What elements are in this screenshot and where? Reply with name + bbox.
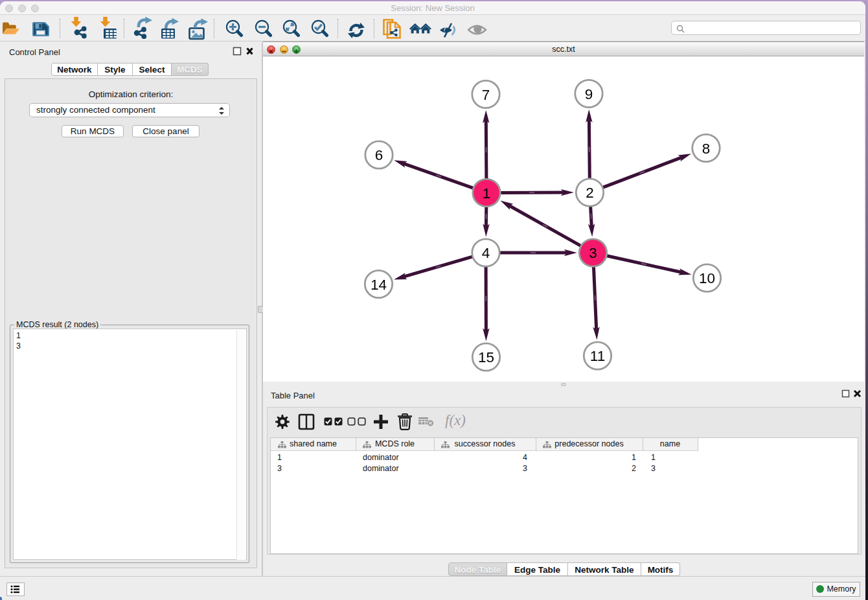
svg-text:7: 7 [482,87,490,103]
svg-text:1: 1 [483,185,491,202]
svg-text:4: 4 [482,245,490,261]
svg-text:11: 11 [590,348,605,364]
svg-text:9: 9 [585,86,593,102]
svg-text:6: 6 [375,147,383,163]
svg-text:8: 8 [702,141,711,157]
svg-text:3: 3 [589,245,597,261]
svg-text:15: 15 [478,349,494,365]
svg-text:14: 14 [371,277,387,293]
svg-text:2: 2 [586,185,594,201]
svg-text:10: 10 [699,270,715,286]
